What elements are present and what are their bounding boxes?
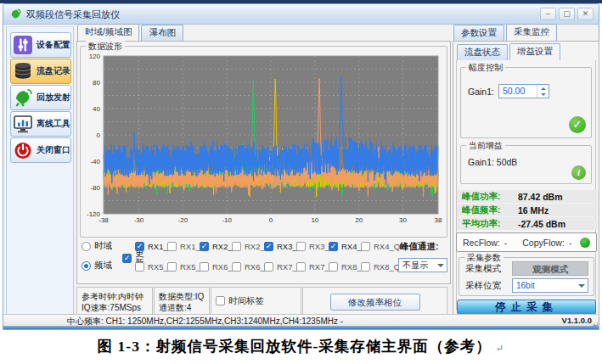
peak-frequency-row: 峰值频率: 16 MHz bbox=[457, 204, 598, 216]
channel-checkbox-RX5_I[interactable]: RX5_I bbox=[135, 262, 167, 272]
checkbox-box bbox=[167, 242, 177, 251]
channel-checkbox-RX5_Q[interactable]: RX5_Q bbox=[167, 262, 200, 272]
paragraph-mark: ↵ bbox=[593, 321, 599, 329]
checkbox-box bbox=[361, 262, 370, 272]
acquisition-group-title: 采集参数 bbox=[464, 252, 504, 264]
checkbox-box bbox=[296, 262, 306, 272]
spin-up-icon[interactable] bbox=[537, 85, 549, 92]
flow-status-indicator-icon bbox=[580, 238, 590, 248]
gain-subtab-2[interactable]: 增益设置 bbox=[509, 43, 560, 60]
acq-mode-label: 采集模式 bbox=[465, 263, 501, 275]
svg-text:-80: -80 bbox=[90, 184, 100, 192]
sidebar-item-label: 回放发射 bbox=[37, 92, 70, 104]
peak-channel-value: 不显示 bbox=[399, 260, 435, 272]
channel-checkbox-RX1_I[interactable]: RX1_I bbox=[135, 242, 167, 251]
modify-frequency-phase-button[interactable]: 修改频率相位 bbox=[330, 294, 420, 311]
info-circle-icon: i bbox=[571, 165, 586, 180]
data-type-box: 数据类型:IQ 通道数:4 bbox=[154, 287, 210, 317]
status-bar: 中心频率: CH1: 1250MHz,CH2:1255MHz,CH3:1240M… bbox=[3, 314, 599, 326]
sidebar-item-5[interactable]: 关闭窗口 bbox=[10, 137, 71, 163]
checkbox-box bbox=[216, 296, 225, 305]
sidebar-item-1[interactable]: 设备配置 bbox=[10, 32, 71, 58]
right-tabstrip: 参数设置采集监控 bbox=[453, 25, 557, 41]
checkbox-box bbox=[200, 262, 209, 272]
svg-text:30: 30 bbox=[399, 216, 407, 224]
checkbox-box bbox=[329, 262, 338, 272]
domain-radio[interactable]: 时域 bbox=[82, 240, 112, 252]
svg-text:-10: -10 bbox=[222, 216, 232, 224]
checkbox-box bbox=[329, 242, 338, 251]
channel-checkbox-RX2_Q[interactable]: RX2_Q bbox=[232, 242, 264, 251]
channel-checkbox-RX2_I[interactable]: RX2_I bbox=[200, 242, 232, 251]
stop-acquisition-button[interactable]: 停止采集 bbox=[457, 300, 596, 315]
channel-checkbox-RX6_I[interactable]: RX6_I bbox=[200, 262, 232, 272]
sidebar-item-4[interactable]: 离线工具 bbox=[10, 111, 71, 137]
current-gain-groupbox: 当前增益 Gain1: 50dB i bbox=[460, 145, 592, 184]
paragraph-mark: ↵ bbox=[496, 343, 504, 353]
reference-clock-line: 参考时钟:内时钟 bbox=[82, 291, 148, 302]
radio-label: 时域 bbox=[94, 240, 112, 252]
channel-checkbox-RX3_I[interactable]: RX3_I bbox=[264, 242, 296, 251]
channel-checkbox-RX4_Q[interactable]: RX4_Q bbox=[361, 242, 393, 251]
gain1-value: 50.00 bbox=[499, 85, 537, 98]
check-circle-icon: ✓ bbox=[569, 116, 586, 133]
checkbox-box bbox=[296, 242, 306, 251]
channel-checkbox-RX8_I[interactable]: RX8_I bbox=[329, 262, 361, 272]
window-controls: – ▢ ✕ bbox=[540, 8, 594, 20]
channel-checkbox-RX8_Q[interactable]: RX8_Q bbox=[361, 262, 393, 272]
sidebar: 设备配置流盘记录回放发射离线工具关闭窗口 bbox=[6, 26, 74, 319]
sidebar-item-3[interactable]: 回放发射 bbox=[10, 85, 71, 110]
average-power-row: 平均功率: -27.45 dBm bbox=[457, 217, 598, 230]
close-button[interactable]: ✕ bbox=[577, 8, 594, 20]
gain1-spinbox[interactable]: 50.00 bbox=[498, 84, 549, 98]
current-gain-title: 当前增益 bbox=[466, 140, 505, 152]
channel-checkbox-RX6_Q[interactable]: RX6_Q bbox=[232, 262, 264, 272]
svg-text:-38: -38 bbox=[98, 216, 109, 224]
checkbox-box bbox=[264, 262, 273, 272]
stat-value: 87.42 dBm bbox=[518, 192, 563, 202]
spin-down-icon[interactable] bbox=[537, 92, 549, 98]
channel-checkbox-RX3_Q[interactable]: RX3_Q bbox=[296, 242, 329, 251]
radio-indicator bbox=[82, 242, 91, 251]
right-tab-2[interactable]: 采集监控 bbox=[506, 24, 557, 41]
database-icon bbox=[13, 61, 33, 81]
stat-label: 峰值频率: bbox=[457, 204, 518, 216]
sample-bits-dropdown[interactable]: 16bit bbox=[512, 278, 588, 293]
channel-checkbox-RX4_I[interactable]: RX4_I bbox=[329, 242, 361, 251]
monitor-chart-icon bbox=[13, 114, 33, 134]
checkbox-label: RX8_Q bbox=[374, 262, 400, 272]
right-tab-1[interactable]: 参数设置 bbox=[453, 25, 504, 41]
time-tag-checkbox[interactable]: 时间标签 bbox=[216, 295, 296, 306]
checkbox-box bbox=[122, 254, 132, 263]
domain-radio-group: 时域频域 bbox=[82, 240, 112, 272]
domain-radio[interactable]: 频域 bbox=[82, 260, 112, 272]
window-bottom-edge bbox=[3, 326, 599, 329]
stat-value: 16 MHz bbox=[518, 205, 549, 216]
svg-text:20: 20 bbox=[355, 216, 363, 224]
sliders-icon bbox=[13, 35, 33, 55]
svg-text:0: 0 bbox=[269, 216, 273, 224]
checkbox-box bbox=[264, 242, 273, 251]
spinner-buttons bbox=[537, 85, 549, 98]
titlebar[interactable]: 双频段信号采集回放仪 – ▢ ✕ bbox=[3, 4, 599, 25]
peak-channel-dropdown[interactable]: 不显示 bbox=[398, 258, 447, 272]
channel-checkbox-RX7_I[interactable]: RX7_I bbox=[264, 262, 296, 272]
minimize-button[interactable]: – bbox=[540, 8, 556, 20]
gain-subtabs: 流盘状态增益设置 bbox=[457, 45, 560, 60]
amplitude-group-title: 幅度控制 bbox=[466, 62, 505, 74]
main-tab-2[interactable]: 瀑布图 bbox=[141, 25, 183, 41]
sidebar-item-2[interactable]: 流盘记录 bbox=[10, 59, 71, 84]
checkbox-box bbox=[200, 242, 209, 251]
recflow-value: - bbox=[504, 238, 508, 248]
stat-label: 平均功率: bbox=[457, 218, 518, 230]
channel-checkbox-RX7_Q[interactable]: RX7_Q bbox=[296, 262, 329, 272]
amplitude-groupbox: 幅度控制 Gain1: 50.00 ✓ bbox=[460, 67, 592, 138]
checkbox-box bbox=[167, 262, 177, 272]
sample-bits-label: 采样位宽 bbox=[465, 280, 501, 292]
modify-box: 修改频率相位 bbox=[302, 287, 447, 317]
figure-caption-text: 图 1-3：射频信号采集回放软件-采集存储主界面（参考） bbox=[98, 338, 492, 355]
channel-checkbox-RX1_Q[interactable]: RX1_Q bbox=[167, 242, 200, 251]
maximize-button[interactable]: ▢ bbox=[559, 8, 575, 20]
gain-subtab-1[interactable]: 流盘状态 bbox=[457, 44, 508, 60]
main-tab-1[interactable]: 时域/频域图 bbox=[77, 24, 139, 41]
